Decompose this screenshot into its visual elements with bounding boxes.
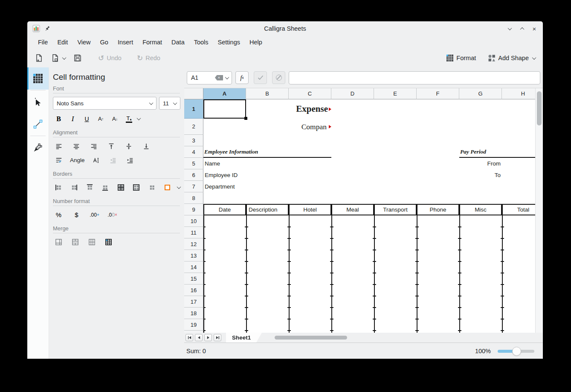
text-color-chevron-icon[interactable] [137, 116, 141, 120]
column-header-D[interactable]: D [331, 88, 374, 99]
cell-G5[interactable]: From [459, 158, 502, 169]
cell-C2[interactable]: Compan [289, 119, 331, 135]
column-header-A[interactable]: A [203, 88, 246, 99]
border-bottom-button[interactable] [100, 182, 111, 193]
cell-A4[interactable]: Employee Information [203, 146, 331, 158]
row-header-19[interactable]: 19 [184, 319, 203, 331]
minimize-button[interactable] [506, 25, 513, 32]
grid[interactable]: ABCDEFGH 1234567891011121314151617181920… [184, 88, 535, 333]
row-header-1[interactable]: 1 [184, 99, 203, 119]
cell-C1[interactable]: Expense [289, 99, 331, 119]
cell-reference-chevron-icon[interactable] [225, 75, 229, 79]
row-header-18[interactable]: 18 [184, 308, 203, 319]
italic-button[interactable]: I [67, 113, 78, 124]
close-button[interactable]: × [531, 25, 538, 32]
row-header-3[interactable]: 3 [184, 135, 203, 146]
cell-format-tool-button[interactable] [27, 67, 49, 90]
text-color-button[interactable]: T▴ [123, 113, 135, 124]
open-document-button[interactable] [49, 52, 68, 64]
menu-file[interactable]: File [33, 38, 52, 47]
align-right-button[interactable] [88, 141, 99, 151]
bold-button[interactable]: B [53, 113, 64, 124]
clear-reference-icon[interactable]: × [215, 75, 223, 81]
cell-C9[interactable]: Hotel [289, 204, 331, 215]
zoom-slider[interactable] [498, 346, 534, 356]
wrap-text-button[interactable] [53, 155, 64, 166]
vertical-text-button[interactable] [90, 155, 102, 166]
row-header-4[interactable]: 4 [184, 146, 203, 158]
row-header-20[interactable]: 20 [184, 331, 203, 333]
menu-format[interactable]: Format [138, 38, 167, 47]
menu-tools[interactable]: Tools [189, 38, 213, 47]
row-header-14[interactable]: 14 [184, 261, 203, 273]
new-document-button[interactable] [32, 52, 45, 64]
unmerge-cells-button[interactable] [103, 237, 114, 247]
row-header-17[interactable]: 17 [184, 296, 203, 308]
vertical-scrollbar-thumb[interactable] [537, 91, 542, 125]
indent-more-button[interactable] [125, 155, 136, 166]
cell-D9[interactable]: Meal [331, 204, 374, 215]
column-header-C[interactable]: C [289, 88, 331, 99]
align-middle-button[interactable] [123, 141, 134, 151]
cell-B9[interactable]: Description [246, 204, 289, 215]
cell-G9[interactable]: Misc [459, 204, 502, 215]
row-header-15[interactable]: 15 [184, 273, 203, 285]
align-top-button[interactable] [105, 141, 117, 151]
font-family-select[interactable]: Noto Sans [53, 97, 157, 110]
angle-button[interactable]: Angle [70, 157, 85, 163]
cell-A5[interactable]: Name [203, 158, 246, 169]
menu-go[interactable]: Go [96, 38, 113, 47]
selection-tool-button[interactable] [27, 91, 49, 113]
row-header-12[interactable]: 12 [184, 238, 203, 250]
cell-G4[interactable]: Pay Period [459, 146, 535, 158]
row-header-11[interactable]: 11 [184, 227, 203, 238]
cell-F9[interactable]: Phone [417, 204, 459, 215]
menu-settings[interactable]: Settings [213, 38, 245, 47]
row-header-10[interactable]: 10 [184, 215, 203, 227]
border-more-chevron-icon[interactable] [177, 185, 181, 189]
increase-font-button[interactable]: A↑ [95, 113, 107, 124]
decrease-font-button[interactable]: A↓ [109, 113, 121, 124]
increase-precision-button[interactable]: .00+ [89, 209, 100, 220]
calligraphy-tool-button[interactable] [27, 136, 49, 159]
row-header-13[interactable]: 13 [184, 250, 203, 261]
merge-cells-button[interactable] [53, 237, 64, 247]
add-shape-button[interactable]: Add Shape [486, 52, 538, 64]
cell-G6[interactable]: To [459, 169, 502, 181]
font-size-select[interactable]: 11 [159, 97, 180, 110]
row-header-2[interactable]: 2 [184, 119, 203, 135]
merge-vertical-button[interactable] [86, 237, 98, 247]
first-sheet-button[interactable] [186, 334, 193, 341]
column-header-H[interactable]: H [502, 88, 535, 99]
formula-input[interactable] [289, 71, 540, 84]
row-header-5[interactable]: 5 [184, 158, 203, 169]
border-left-button[interactable] [53, 182, 64, 193]
select-all-corner[interactable] [184, 88, 203, 99]
border-none-button[interactable] [146, 182, 158, 193]
row-header-7[interactable]: 7 [184, 181, 203, 192]
formula-function-button[interactable]: fx [235, 71, 249, 84]
menu-edit[interactable]: Edit [52, 38, 72, 47]
save-button[interactable] [71, 52, 84, 64]
border-top-button[interactable] [84, 182, 96, 193]
line-tool-button[interactable] [27, 113, 49, 135]
vertical-scrollbar[interactable] [535, 88, 543, 333]
row-header-9[interactable]: 9 [184, 204, 203, 215]
cell-A9[interactable]: Date [203, 204, 246, 215]
decrease-precision-button[interactable]: .00× [107, 209, 118, 220]
currency-format-button[interactable]: $ [71, 209, 82, 220]
column-header-G[interactable]: G [459, 88, 502, 99]
menu-data[interactable]: Data [167, 38, 189, 47]
align-bottom-button[interactable] [140, 141, 152, 151]
horizontal-scrollbar-thumb[interactable] [275, 336, 347, 340]
border-color-button[interactable] [162, 182, 174, 193]
row-header-16[interactable]: 16 [184, 285, 203, 296]
selection-fill-handle[interactable] [244, 117, 247, 120]
sheet-content[interactable]: ExpenseCompanEmployee InformationPay Per… [203, 99, 535, 333]
merge-horizontal-button[interactable] [70, 237, 81, 247]
last-sheet-button[interactable] [214, 334, 221, 341]
align-center-button[interactable] [70, 141, 82, 151]
menu-help[interactable]: Help [245, 38, 267, 47]
row-header-8[interactable]: 8 [184, 192, 203, 204]
maximize-button[interactable] [519, 25, 525, 32]
